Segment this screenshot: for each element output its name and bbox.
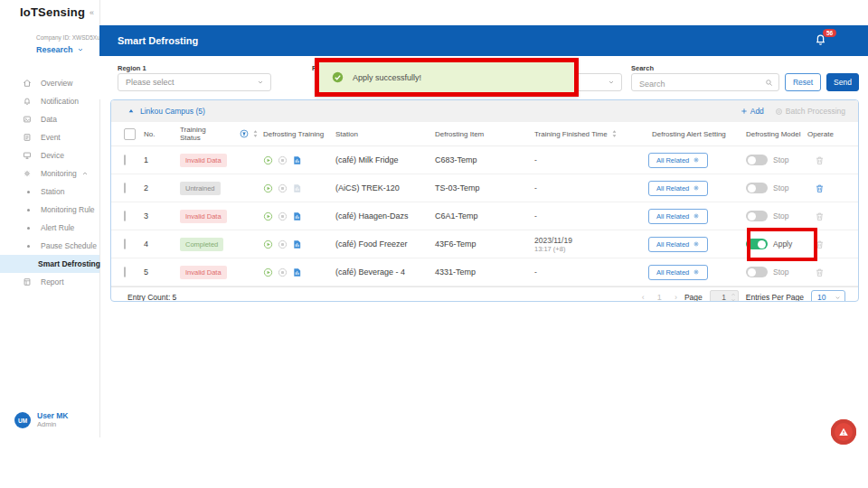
table-header-row: No. Training Status Defrosting Training … [111, 122, 858, 146]
trash-icon [815, 211, 825, 221]
user-block[interactable]: UM User MK Admin [14, 411, 68, 429]
check-circle-icon [332, 71, 344, 83]
all-related-button[interactable]: All Related [648, 237, 708, 252]
item-cell: 43F6-Temp [435, 239, 534, 249]
org-selector[interactable]: Research [36, 45, 84, 54]
station-cell: (café) Haagen-Dazs [335, 211, 435, 221]
search-icon [765, 79, 773, 87]
sidebar-item-smart-defrosting[interactable]: Smart Defrosting [0, 255, 99, 273]
trash-icon [815, 267, 825, 277]
chevron-down-icon [731, 297, 736, 303]
all-related-button[interactable]: All Related [648, 209, 708, 224]
status-badge: Untrained [180, 182, 221, 195]
chevron-down-icon [608, 79, 615, 86]
trash-icon [815, 239, 825, 249]
table-footer: Entry Count: 5 ‹ 1 › Page 1 Entries Per … [111, 286, 858, 302]
bullet-icon [27, 245, 30, 248]
training-report-icon[interactable] [292, 267, 302, 277]
chevron-down-icon [257, 79, 264, 86]
sidebar-item-device[interactable]: Device [0, 146, 99, 164]
toast-message: Apply successfully! [353, 73, 421, 82]
col-training-status: Training Status [180, 126, 220, 142]
row-checkbox[interactable] [124, 183, 126, 193]
table-row: 2 Untrained (AiCS) TREK-120 TS-03-Temp -… [111, 174, 858, 202]
sidebar-item-report[interactable]: Report [0, 273, 99, 291]
defrosting-model-toggle[interactable] [746, 239, 768, 249]
page-number[interactable]: 1 [657, 293, 662, 302]
trash-icon[interactable] [815, 183, 825, 193]
collapse-caret-icon[interactable] [127, 108, 135, 115]
sidebar-item-overview[interactable]: Overview [0, 74, 99, 92]
row-checkbox[interactable] [124, 211, 126, 221]
alarm-float-button[interactable] [831, 419, 856, 445]
all-related-button[interactable]: All Related [648, 153, 708, 168]
defrosting-model-toggle[interactable] [746, 211, 768, 221]
sidebar-item-monitoring-rule[interactable]: Monitoring Rule [0, 201, 99, 219]
sidebar-collapse-icon[interactable]: « [90, 8, 94, 17]
next-page-button[interactable]: › [675, 293, 677, 302]
stop-training-icon[interactable] [278, 155, 288, 165]
add-button[interactable]: Add [741, 107, 764, 116]
training-report-icon[interactable] [292, 155, 302, 165]
gear-icon [693, 240, 700, 248]
stop-training-icon[interactable] [278, 267, 288, 277]
send-button[interactable]: Send [826, 73, 859, 91]
defrosting-model-toggle[interactable] [746, 267, 768, 277]
sidebar-item-monitoring[interactable]: Monitoring [0, 164, 99, 183]
notification-bell-button[interactable]: 56 [814, 33, 830, 49]
sidebar-item-event[interactable]: Event [0, 128, 99, 146]
report-icon [23, 277, 32, 286]
finished-time-cell: - [534, 155, 636, 164]
start-training-icon[interactable] [263, 183, 273, 193]
training-report-icon[interactable] [292, 211, 302, 221]
chevron-down-icon [835, 295, 841, 301]
defrosting-model-toggle[interactable] [746, 155, 768, 165]
status-badge: Invalid Data [180, 154, 227, 167]
item-cell: C683-Temp [435, 155, 534, 164]
sidebar-item-data[interactable]: Data [0, 110, 99, 128]
select-all-checkbox[interactable] [124, 128, 136, 140]
col-defrosting-alert-setting: Defrosting Alert Setting [636, 130, 737, 138]
page-input[interactable]: 1 [710, 290, 739, 303]
start-training-icon[interactable] [263, 267, 273, 277]
station-cell: (café) Milk Fridge [335, 155, 435, 164]
filter-icon[interactable] [240, 129, 249, 138]
defrosting-model-toggle[interactable] [746, 183, 768, 193]
sidebar-item-pause-schedule[interactable]: Pause Schedule [0, 237, 99, 255]
plus-icon [741, 108, 748, 115]
all-related-button[interactable]: All Related [648, 265, 708, 280]
sidebar-item-alert-rule[interactable]: Alert Rule [0, 219, 99, 237]
finished-time-cell: - [534, 267, 636, 277]
row-checkbox[interactable] [124, 239, 126, 249]
stop-training-icon[interactable] [278, 183, 288, 193]
finished-time-cell: - [534, 183, 636, 192]
item-cell: C6A1-Temp [435, 211, 534, 221]
row-checkbox[interactable] [124, 267, 126, 277]
row-checkbox[interactable] [124, 155, 126, 165]
all-related-button[interactable]: All Related [648, 181, 708, 196]
region1-value: Please select [126, 78, 175, 87]
entries-per-page-select[interactable]: 10 [811, 290, 845, 303]
sort-icon[interactable] [252, 129, 259, 138]
start-training-icon[interactable] [263, 239, 273, 249]
stop-training-icon[interactable] [278, 211, 288, 221]
search-label: Search [631, 64, 654, 72]
search-input[interactable] [632, 76, 778, 92]
sidebar-item-notification[interactable]: Notification [0, 92, 99, 110]
group-title: Linkou Campus (5) [140, 107, 205, 116]
prev-page-button[interactable]: ‹ [642, 293, 645, 302]
page-stepper[interactable] [731, 292, 736, 303]
start-training-icon[interactable] [263, 211, 273, 221]
app-logo: IoTSensing [20, 5, 85, 19]
gear-icon [693, 156, 700, 164]
home-icon [23, 79, 32, 88]
training-report-icon[interactable] [292, 239, 302, 249]
start-training-icon[interactable] [263, 155, 273, 165]
toggle-label: Stop [773, 155, 789, 164]
sidebar-item-station[interactable]: Station [0, 183, 99, 201]
sort-icon[interactable] [611, 129, 618, 138]
reset-button[interactable]: Reset [785, 73, 821, 91]
region1-select[interactable]: Please select [118, 73, 271, 91]
gear-icon [23, 169, 32, 178]
stop-training-icon[interactable] [278, 239, 288, 249]
